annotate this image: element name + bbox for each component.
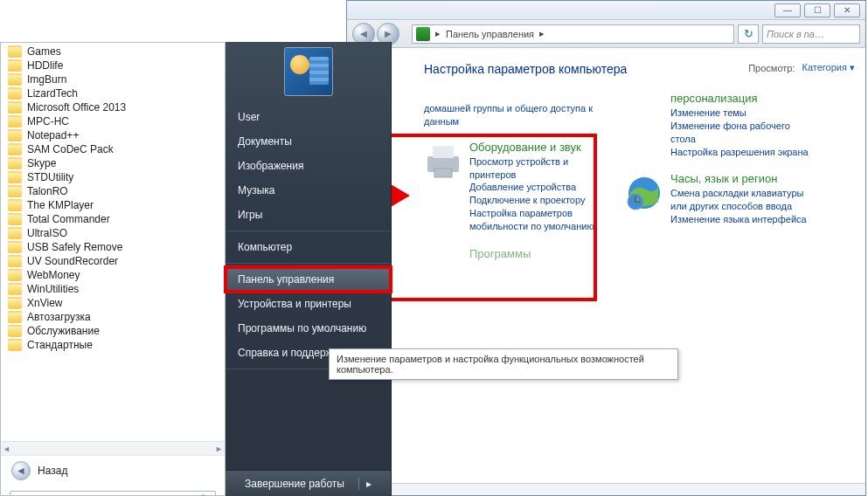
folder-icon (8, 129, 22, 141)
refresh-button[interactable]: ↻ (738, 24, 759, 44)
addr-sep: ▸ (435, 28, 441, 39)
folder-item[interactable]: LizardTech (1, 86, 225, 100)
view-label: Просмотр: (748, 63, 795, 73)
start-right-item-user[interactable]: User (226, 105, 391, 129)
folder-label: Microsoft Office 2013 (27, 101, 126, 114)
category-personalization: персонализация Изменение темы Изменение … (625, 92, 809, 158)
minimize-button[interactable]: — (774, 3, 801, 17)
start-right-item-игры[interactable]: Игры (226, 203, 391, 227)
link-change-theme[interactable]: Изменение темы (670, 107, 809, 120)
category-clock-language-region: Часы, язык и регион Смена раскладки клав… (625, 172, 809, 226)
cp-column-1: домашней группы и общего доступа к данны… (424, 102, 608, 274)
control-panel-window: — ☐ ✕ ◄ ► ▸ Панель управления ▸ ↻ Поиск … (346, 0, 866, 496)
folder-icon (8, 101, 22, 114)
user-picture-frame[interactable] (226, 47, 391, 96)
folder-label: UV SoundRecorder (27, 255, 118, 267)
search-placeholder: Поиск в па… (767, 29, 824, 39)
folder-item[interactable]: USB Safely Remove (1, 240, 225, 254)
link-screen-resolution[interactable]: Настройка разрешения экрана (670, 146, 809, 159)
folder-icon (8, 325, 22, 337)
folder-label: Notepad++ (27, 129, 79, 141)
folder-icon (8, 255, 22, 267)
separator (226, 263, 391, 264)
link-homegroup-partial[interactable]: домашней группы и общего доступа к данны… (424, 102, 608, 128)
start-search-box[interactable]: Найти программы и файлы 🔍 (10, 491, 216, 496)
folder-icon (8, 297, 22, 309)
folder-item[interactable]: HDDlife (1, 59, 225, 72)
start-right-item-программы-по-умолчанию[interactable]: Программы по умолчанию (226, 316, 391, 341)
folder-item[interactable]: SAM CoDeC Pack (1, 142, 225, 156)
folder-icon (8, 269, 22, 281)
link-mobility-settings[interactable]: Настройка параметров мобильности по умол… (469, 207, 608, 233)
address-text: Панель управления (446, 29, 534, 39)
folder-item[interactable]: Автозагрузка (1, 310, 225, 324)
close-button[interactable]: ✕ (834, 3, 860, 17)
address-bar[interactable]: ▸ Панель управления ▸ (412, 24, 734, 44)
link-keyboard-layout[interactable]: Смена раскладки клавиатуры или других сп… (670, 187, 809, 213)
view-value[interactable]: Категория (802, 62, 856, 73)
link-add-device[interactable]: Добавление устройства (469, 181, 608, 194)
folder-item[interactable]: UV SoundRecorder (1, 254, 225, 268)
start-right-item-изображения[interactable]: Изображения (226, 154, 391, 178)
shutdown-button[interactable]: Завершение работы (226, 470, 391, 496)
folder-item[interactable]: ImgBurn (1, 72, 225, 86)
folder-item[interactable]: Skype (1, 156, 225, 170)
folder-item[interactable]: TalonRO (1, 184, 225, 198)
start-right-item-документы[interactable]: Документы (226, 129, 391, 154)
category-title-clock[interactable]: Часы, язык и регион (670, 172, 809, 185)
horizontal-scrollbar[interactable]: ◄► (1, 441, 225, 455)
folder-item[interactable]: WebMoney (1, 268, 225, 282)
folder-label: Автозагрузка (27, 311, 91, 323)
folder-item[interactable]: MPC-HC (1, 114, 225, 128)
start-right-item-компьютер[interactable]: Компьютер (226, 235, 391, 259)
folder-label: STDUtility (27, 171, 73, 183)
start-right-item-панель-управления[interactable]: Панель управления (226, 267, 391, 292)
maximize-button[interactable]: ☐ (804, 3, 830, 17)
folder-item[interactable]: Microsoft Office 2013 (1, 100, 225, 114)
link-connect-projector[interactable]: Подключение к проектору (469, 194, 608, 207)
all-programs-list[interactable]: GamesHDDlifeImgBurnLizardTechMicrosoft O… (1, 43, 225, 441)
shutdown-label: Завершение работы (245, 478, 344, 490)
folder-icon (8, 311, 22, 323)
folder-item[interactable]: Стандартные (1, 338, 225, 352)
folder-icon (8, 59, 22, 72)
view-selector[interactable]: Просмотр: Категория (748, 62, 855, 73)
svg-rect-1 (433, 146, 454, 158)
category-title-personalization[interactable]: персонализация (670, 92, 809, 105)
back-button[interactable]: ◄ Назад (1, 455, 225, 486)
folder-item[interactable]: XnView (1, 296, 225, 310)
folder-icon (8, 87, 22, 100)
folder-label: LizardTech (27, 87, 78, 100)
link-interface-language[interactable]: Изменение языка интерфейса (670, 213, 809, 226)
category-title-hardware[interactable]: Оборудование и звук (469, 141, 608, 154)
folder-label: TalonRO (27, 185, 68, 197)
start-right-item-музыка[interactable]: Музыка (226, 178, 391, 203)
folder-label: ImgBurn (27, 73, 66, 86)
category-title-programs[interactable]: Программы (469, 247, 608, 260)
start-right-item-устройства-и-принтеры[interactable]: Устройства и принтеры (226, 292, 391, 316)
folder-icon (8, 115, 22, 127)
search-box[interactable]: Поиск в па… (762, 24, 860, 44)
folder-item[interactable]: STDUtility (1, 170, 225, 184)
globe-clock-icon (625, 174, 663, 212)
back-label: Назад (38, 465, 67, 477)
svg-rect-2 (434, 169, 452, 177)
folder-icon (8, 227, 22, 239)
link-change-wallpaper[interactable]: Изменение фона рабочего стола (670, 120, 809, 146)
folder-icon (8, 73, 22, 86)
start-menu-left: GamesHDDlifeImgBurnLizardTechMicrosoft O… (0, 42, 226, 496)
toolbar: ◄ ► ▸ Панель управления ▸ ↻ Поиск в па… (347, 20, 865, 48)
folder-item[interactable]: Games (1, 45, 225, 59)
folder-label: USB Safely Remove (27, 241, 122, 253)
window-titlebar: — ☐ ✕ (347, 1, 865, 20)
tooltip-text: Изменение параметров и настройка функцио… (337, 354, 644, 375)
link-view-devices[interactable]: Просмотр устройств и принтеров (469, 155, 608, 182)
folder-item[interactable]: Notepad++ (1, 128, 225, 142)
folder-icon (8, 171, 22, 183)
folder-item[interactable]: WinUtilities (1, 282, 225, 296)
printer-icon (424, 142, 462, 181)
folder-item[interactable]: Обслуживание (1, 324, 225, 338)
folder-item[interactable]: Total Commander (1, 212, 225, 226)
folder-item[interactable]: The KMPlayer (1, 198, 225, 212)
folder-item[interactable]: UltraISO (1, 226, 225, 240)
